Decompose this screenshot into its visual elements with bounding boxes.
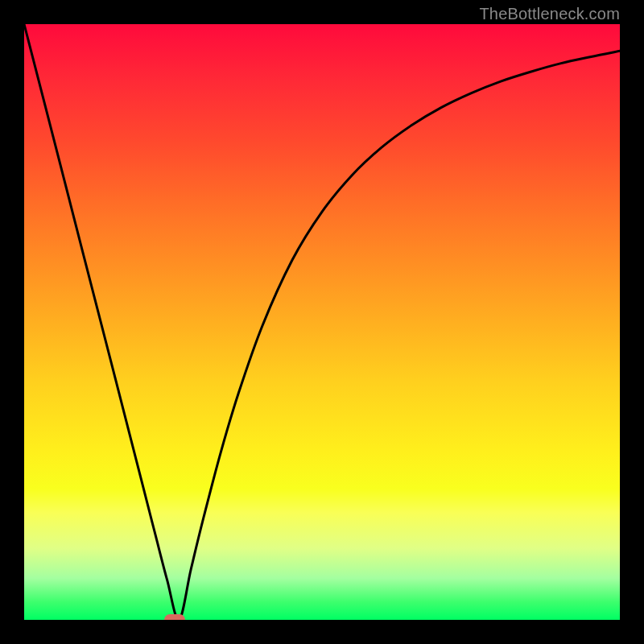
curve-layer <box>24 24 620 620</box>
attribution-text: TheBottleneck.com <box>479 5 620 23</box>
bottleneck-curve-path <box>24 24 620 620</box>
minimum-marker <box>164 614 185 620</box>
chart-frame: TheBottleneck.com <box>0 0 644 644</box>
plot-area <box>24 24 620 620</box>
